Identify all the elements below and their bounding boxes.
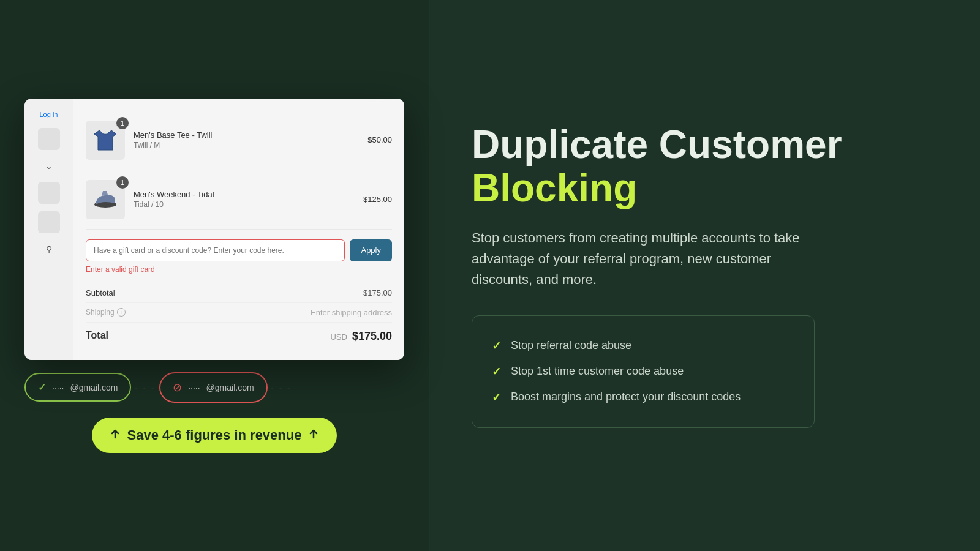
cart-item-shoe: 1 Men's Weekend - Tidal Tidal / 10 $125.… bbox=[86, 170, 392, 230]
tshirt-icon bbox=[91, 126, 120, 155]
gift-card-section: PD_YT_LT_80921 Apply Enter a valid gift … bbox=[86, 239, 392, 274]
right-panel: Duplicate Customer Blocking Stop custome… bbox=[429, 0, 980, 551]
shipping-row: Shipping i Enter shipping address bbox=[86, 303, 392, 323]
feature-label-2: Stop 1st time customer code abuse bbox=[511, 365, 684, 378]
browser-mockup: Log in ⌄ ⚲ 1 bbox=[24, 99, 404, 360]
shoe-icon bbox=[91, 185, 120, 214]
revenue-button-label: Save 4-6 figures in revenue bbox=[127, 427, 302, 443]
invalid-email-domain: @gmail.com bbox=[206, 383, 254, 392]
valid-email-domain: @gmail.com bbox=[70, 383, 118, 392]
feature-item-1: ✓ Stop referral code abuse bbox=[492, 333, 794, 359]
item-variant-1: Twill / M bbox=[134, 141, 359, 149]
sidebar-avatar bbox=[38, 128, 60, 150]
email-valid-pill: ✓ ····· @gmail.com bbox=[24, 373, 131, 402]
subtotal-value: $175.00 bbox=[363, 288, 392, 298]
check-icon-1: ✓ bbox=[492, 339, 501, 353]
headline-line1: Duplicate Customer bbox=[472, 123, 937, 166]
headline: Duplicate Customer Blocking bbox=[472, 123, 937, 209]
description-text: Stop customers from creating multiple ac… bbox=[472, 228, 815, 290]
item-badge-1: 1 bbox=[116, 117, 129, 129]
connector-line-2: - - - bbox=[271, 383, 292, 392]
shipping-label: Shipping bbox=[86, 308, 115, 317]
item-image-wrap-2: 1 bbox=[86, 180, 125, 219]
invalid-email-text: ····· bbox=[188, 383, 200, 392]
check-icon-2: ✓ bbox=[492, 365, 501, 378]
ban-icon: ⊘ bbox=[173, 381, 182, 394]
item-variant-2: Tidal / 10 bbox=[134, 200, 355, 209]
total-label: Total bbox=[86, 330, 108, 343]
shipping-value: Enter shipping address bbox=[311, 308, 392, 317]
email-connector: - - - bbox=[131, 383, 159, 392]
totals-section: Subtotal $175.00 Shipping i Enter shippi… bbox=[86, 283, 392, 348]
gift-card-row: PD_YT_LT_80921 Apply bbox=[86, 239, 392, 261]
connector-line: - - - bbox=[135, 383, 156, 392]
feature-label-1: Stop referral code abuse bbox=[511, 339, 631, 352]
cart-item-tshirt: 1 Men's Base Tee - Twill Twill / M $50.0… bbox=[86, 111, 392, 170]
feature-item-2: ✓ Stop 1st time customer code abuse bbox=[492, 359, 794, 384]
login-link[interactable]: Log in bbox=[37, 108, 61, 121]
total-value: $175.00 bbox=[352, 330, 392, 343]
apply-button[interactable]: Apply bbox=[350, 239, 392, 261]
valid-email-text: ····· bbox=[52, 383, 64, 392]
item-name-1: Men's Base Tee - Twill bbox=[134, 130, 359, 140]
arrow-up-icon-left bbox=[109, 429, 121, 441]
sidebar-block-1 bbox=[38, 182, 60, 204]
item-price-2: $125.00 bbox=[363, 195, 392, 204]
feature-item-3: ✓ Boost margins and protect your discoun… bbox=[492, 384, 794, 410]
cart-content: 1 Men's Base Tee - Twill Twill / M $50.0… bbox=[74, 99, 404, 360]
item-price-1: $50.00 bbox=[368, 135, 392, 144]
email-connector-2: - - - bbox=[268, 383, 296, 392]
item-details-2: Men's Weekend - Tidal Tidal / 10 bbox=[134, 190, 355, 209]
app-sidebar: Log in ⌄ ⚲ bbox=[24, 99, 74, 360]
item-name-2: Men's Weekend - Tidal bbox=[134, 190, 355, 199]
email-invalid-pill: ⊘ ····· @gmail.com bbox=[159, 372, 267, 403]
shipping-info: Shipping i bbox=[86, 308, 126, 317]
arrow-up-icon-right bbox=[307, 429, 320, 441]
currency-label: USD bbox=[330, 332, 347, 342]
check-icon-3: ✓ bbox=[492, 391, 501, 404]
item-image-wrap-1: 1 bbox=[86, 121, 125, 160]
total-value-group: USD $175.00 bbox=[330, 330, 392, 343]
total-row: Total USD $175.00 bbox=[86, 323, 392, 348]
gift-card-input[interactable]: PD_YT_LT_80921 bbox=[86, 239, 345, 261]
headline-line2: Blocking bbox=[472, 167, 937, 209]
item-badge-2: 1 bbox=[116, 176, 129, 189]
revenue-button[interactable]: Save 4-6 figures in revenue bbox=[92, 418, 337, 453]
item-details-1: Men's Base Tee - Twill Twill / M bbox=[134, 130, 359, 149]
info-icon: i bbox=[117, 308, 126, 317]
sidebar-chevron-icon[interactable]: ⌄ bbox=[40, 157, 58, 174]
left-panel: Log in ⌄ ⚲ 1 bbox=[0, 0, 429, 551]
subtotal-row: Subtotal $175.00 bbox=[86, 283, 392, 303]
email-indicators: ✓ ····· @gmail.com - - - ⊘ ····· @gmail.… bbox=[24, 372, 404, 403]
subtotal-label: Subtotal bbox=[86, 288, 115, 298]
sidebar-block-2 bbox=[38, 211, 60, 233]
features-box: ✓ Stop referral code abuse ✓ Stop 1st ti… bbox=[472, 315, 815, 428]
feature-label-3: Boost margins and protect your discount … bbox=[511, 391, 741, 403]
check-icon: ✓ bbox=[38, 381, 46, 393]
gift-card-error: Enter a valid gift card bbox=[86, 265, 392, 274]
sidebar-search-icon[interactable]: ⚲ bbox=[40, 241, 58, 258]
